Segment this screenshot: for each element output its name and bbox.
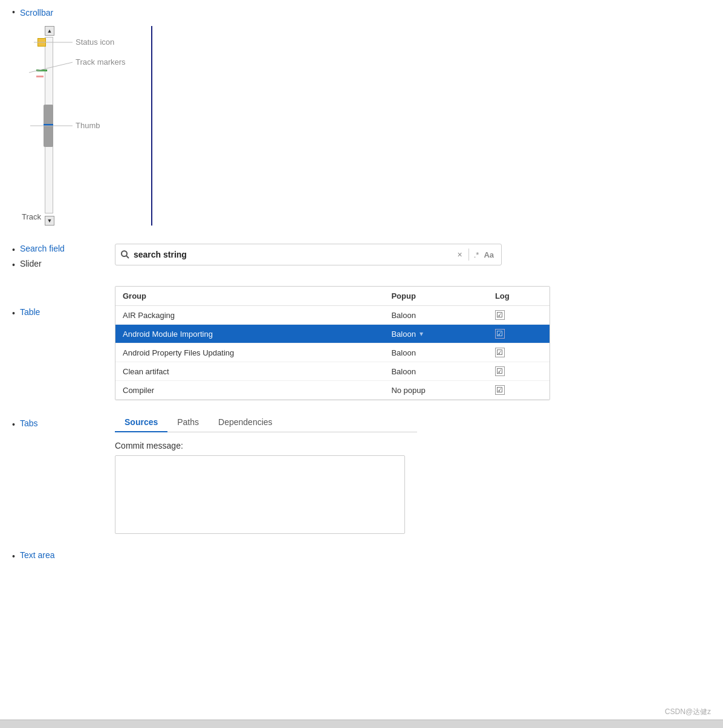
cell-log: ☑ <box>488 362 550 381</box>
bullet-dot-4: • <box>12 307 15 320</box>
search-divider <box>468 249 469 261</box>
table-link[interactable]: Table <box>20 307 40 317</box>
tab-paths[interactable]: Paths <box>167 412 209 432</box>
cell-log: ☑ <box>488 343 550 362</box>
notifications-table: Group Popup Log AIR Packaging Baloon ☑ <box>115 287 550 400</box>
log-checkbox[interactable]: ☑ <box>495 366 505 376</box>
bullet-dot: • <box>12 6 15 19</box>
cell-popup: Baloon <box>384 343 488 362</box>
cell-group: AIR Packaging <box>115 306 384 325</box>
search-case-button[interactable]: Aa <box>481 250 496 259</box>
search-widget-container: × .* Aa <box>115 244 502 265</box>
svg-line-4 <box>126 256 129 258</box>
tabs-label-area: • Tabs <box>12 412 97 434</box>
log-checkbox[interactable]: ☑ <box>495 329 505 339</box>
search-clear-button[interactable]: × <box>454 250 466 259</box>
cell-log: ☑ <box>488 381 550 400</box>
cell-group: Clean artifact <box>115 362 384 381</box>
tabs-widget: Sources Paths Dependencies Commit messag… <box>115 412 417 544</box>
tabs-bullet: • Tabs <box>12 418 97 431</box>
tabs-content: Commit message: <box>115 432 417 544</box>
table-header-row: Group Popup Log <box>115 287 550 306</box>
scrollbar-link[interactable]: Scrollbar <box>20 8 53 18</box>
slider-label: Slider <box>20 259 42 268</box>
table-row[interactable]: Android Property Files Updating Baloon ☑ <box>115 343 550 362</box>
textarea-label-area: • Text area <box>12 550 97 565</box>
textarea-link[interactable]: Text area <box>20 550 55 560</box>
svg-point-3 <box>122 251 127 256</box>
table-row[interactable]: Clean artifact Baloon ☑ <box>115 362 550 381</box>
table-row[interactable]: AIR Packaging Baloon ☑ <box>115 306 550 325</box>
cell-log: ☑ <box>488 325 550 343</box>
cell-popup: Baloon <box>384 306 488 325</box>
tabs-link[interactable]: Tabs <box>20 418 38 428</box>
track-marker-pink <box>36 76 44 77</box>
commit-label: Commit message: <box>115 441 417 450</box>
scrollbar-diagram-wrapper: ▲ ▼ Status icon Track marke <box>12 26 711 226</box>
popup-value: Baloon <box>391 330 415 339</box>
col-group: Group <box>115 287 384 306</box>
log-checkbox[interactable]: ☑ <box>495 310 505 320</box>
search-labels: • Search field • Slider <box>12 244 97 274</box>
table-bullet: • Table <box>12 307 97 320</box>
col-log: Log <box>488 287 550 306</box>
thumb-indicator <box>44 124 53 126</box>
col-popup: Popup <box>384 287 488 306</box>
track-marker-green <box>36 70 47 71</box>
search-regex-button[interactable]: .* <box>472 250 482 259</box>
page-container: • Scrollbar ▲ ▼ <box>0 0 723 728</box>
cell-group: Compiler <box>115 381 384 400</box>
tabs-section: • Tabs Sources Paths Dependencies Commit… <box>0 406 723 550</box>
cell-popup: Baloon ▾ <box>384 325 488 343</box>
status-icon <box>37 38 46 47</box>
scrollbar-section: • Scrollbar ▲ ▼ <box>0 0 723 232</box>
table-widget: Group Popup Log AIR Packaging Baloon ☑ <box>115 286 550 400</box>
table-row[interactable]: Compiler No popup ☑ <box>115 381 550 400</box>
table-section: • Table Group Popup Log AIR Packaging Ba… <box>0 280 723 406</box>
textarea-section: • Text area <box>0 550 723 571</box>
slider-bullet: • Slider <box>12 259 97 271</box>
cell-popup: Baloon <box>384 362 488 381</box>
bullet-dot-5: • <box>12 418 15 431</box>
table-label-area: • Table <box>12 286 97 322</box>
bullet-dot-2: • <box>12 244 15 256</box>
cell-popup: No popup <box>384 381 488 400</box>
scrollbar-top-arrow[interactable]: ▲ <box>45 26 54 36</box>
popup-cell: Baloon ▾ <box>391 330 481 339</box>
textarea-bullet: • Text area <box>12 550 97 563</box>
search-field-widget[interactable]: × .* Aa <box>115 244 502 265</box>
bullet-dot-6: • <box>12 550 15 563</box>
scrollbar-thumb[interactable] <box>44 105 53 147</box>
cell-log: ☑ <box>488 306 550 325</box>
scrollbar-bottom-arrow[interactable]: ▼ <box>45 216 54 226</box>
tab-sources[interactable]: Sources <box>115 412 167 432</box>
horizontal-scrollbar[interactable] <box>0 720 723 728</box>
commit-textarea[interactable] <box>115 455 405 534</box>
log-checkbox[interactable]: ☑ <box>495 348 505 357</box>
cell-group: Android Module Importing <box>115 325 384 343</box>
search-section: • Search field • Slider × .* Aa <box>0 232 723 280</box>
cell-group: Android Property Files Updating <box>115 343 384 362</box>
popup-dropdown-icon[interactable]: ▾ <box>420 330 423 338</box>
search-input[interactable] <box>134 250 454 259</box>
scrollbar-bullet: • Scrollbar <box>12 6 711 19</box>
bullet-dot-3: • <box>12 259 15 271</box>
tab-dependencies[interactable]: Dependencies <box>209 412 282 432</box>
log-checkbox[interactable]: ☑ <box>495 385 505 395</box>
scrollbar-illustration: ▲ ▼ <box>30 26 85 226</box>
watermark: CSDN@达健z <box>665 707 711 717</box>
search-icon <box>120 250 130 259</box>
search-field-link[interactable]: Search field <box>20 244 65 253</box>
search-field-bullet: • Search field <box>12 244 97 256</box>
vertical-divider <box>151 26 152 226</box>
tabs-bar: Sources Paths Dependencies <box>115 412 417 432</box>
table-row[interactable]: Android Module Importing Baloon ▾ ☑ <box>115 325 550 343</box>
